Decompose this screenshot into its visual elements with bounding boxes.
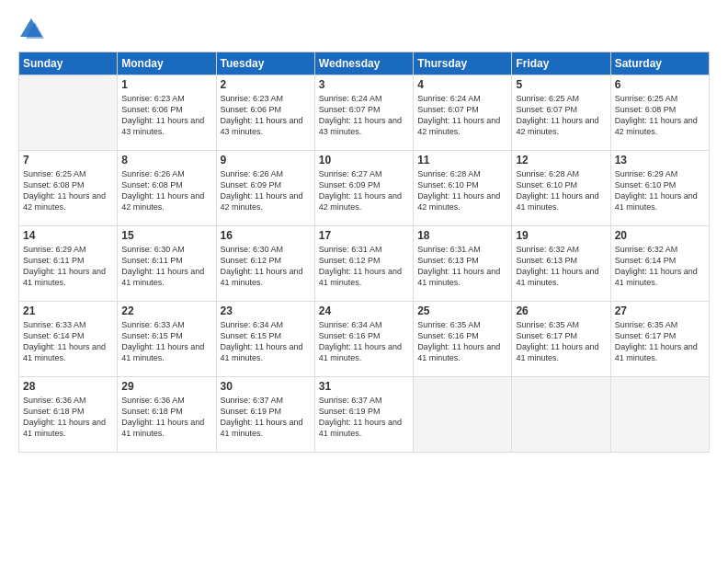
cell-info: Sunrise: 6:37 AM Sunset: 6:19 PM Dayligh…: [319, 395, 409, 440]
day-number: 10: [319, 154, 409, 167]
calendar-cell: 31Sunrise: 6:37 AM Sunset: 6:19 PM Dayli…: [314, 377, 413, 453]
calendar-cell: [512, 377, 610, 453]
day-number: 16: [221, 229, 311, 242]
calendar-cell: 1Sunrise: 6:23 AM Sunset: 6:06 PM Daylig…: [118, 75, 216, 151]
calendar-cell: 17Sunrise: 6:31 AM Sunset: 6:12 PM Dayli…: [314, 226, 413, 302]
calendar-cell: 28Sunrise: 6:36 AM Sunset: 6:18 PM Dayli…: [19, 377, 118, 453]
calendar-cell: 2Sunrise: 6:23 AM Sunset: 6:06 PM Daylig…: [216, 75, 314, 151]
calendar-cell: 5Sunrise: 6:25 AM Sunset: 6:07 PM Daylig…: [512, 75, 610, 151]
day-number: 5: [516, 78, 606, 91]
calendar-cell: 16Sunrise: 6:30 AM Sunset: 6:12 PM Dayli…: [216, 226, 314, 302]
cell-info: Sunrise: 6:34 AM Sunset: 6:16 PM Dayligh…: [319, 319, 409, 364]
header-saturday: Saturday: [610, 52, 709, 75]
cell-info: Sunrise: 6:35 AM Sunset: 6:16 PM Dayligh…: [417, 319, 507, 364]
day-number: 9: [221, 154, 311, 167]
cell-info: Sunrise: 6:31 AM Sunset: 6:13 PM Dayligh…: [417, 244, 507, 289]
day-number: 25: [417, 304, 507, 317]
header: [18, 17, 710, 42]
cell-info: Sunrise: 6:35 AM Sunset: 6:17 PM Dayligh…: [516, 319, 606, 364]
day-number: 19: [516, 229, 606, 242]
day-number: 11: [417, 154, 507, 167]
calendar-cell: 6Sunrise: 6:25 AM Sunset: 6:08 PM Daylig…: [610, 75, 709, 151]
cell-info: Sunrise: 6:30 AM Sunset: 6:11 PM Dayligh…: [121, 244, 211, 289]
cell-info: Sunrise: 6:32 AM Sunset: 6:13 PM Dayligh…: [516, 244, 606, 289]
cell-info: Sunrise: 6:30 AM Sunset: 6:12 PM Dayligh…: [221, 244, 311, 289]
cell-info: Sunrise: 6:35 AM Sunset: 6:17 PM Dayligh…: [615, 319, 705, 364]
calendar-cell: [610, 377, 709, 453]
calendar-week-5: 28Sunrise: 6:36 AM Sunset: 6:18 PM Dayli…: [19, 377, 710, 453]
cell-info: Sunrise: 6:36 AM Sunset: 6:18 PM Dayligh…: [23, 395, 113, 440]
cell-info: Sunrise: 6:32 AM Sunset: 6:14 PM Dayligh…: [615, 244, 705, 289]
calendar-week-4: 21Sunrise: 6:33 AM Sunset: 6:14 PM Dayli…: [19, 302, 710, 377]
cell-info: Sunrise: 6:27 AM Sunset: 6:09 PM Dayligh…: [319, 168, 409, 213]
header-sunday: Sunday: [19, 52, 118, 75]
logo: [18, 17, 46, 42]
calendar-cell: 26Sunrise: 6:35 AM Sunset: 6:17 PM Dayli…: [512, 302, 610, 377]
calendar-cell: 8Sunrise: 6:26 AM Sunset: 6:08 PM Daylig…: [118, 151, 216, 226]
day-number: 13: [615, 154, 705, 167]
day-number: 4: [417, 78, 507, 91]
cell-info: Sunrise: 6:34 AM Sunset: 6:15 PM Dayligh…: [221, 319, 311, 364]
logo-icon: [18, 17, 44, 42]
day-number: 28: [23, 380, 113, 393]
calendar-cell: 7Sunrise: 6:25 AM Sunset: 6:08 PM Daylig…: [19, 151, 118, 226]
calendar-table: SundayMondayTuesdayWednesdayThursdayFrid…: [18, 52, 710, 453]
calendar-cell: 14Sunrise: 6:29 AM Sunset: 6:11 PM Dayli…: [19, 226, 118, 302]
day-number: 3: [319, 78, 409, 91]
calendar-week-2: 7Sunrise: 6:25 AM Sunset: 6:08 PM Daylig…: [19, 151, 710, 226]
calendar-header-row: SundayMondayTuesdayWednesdayThursdayFrid…: [19, 52, 710, 75]
calendar-cell: 25Sunrise: 6:35 AM Sunset: 6:16 PM Dayli…: [414, 302, 512, 377]
day-number: 18: [417, 229, 507, 242]
cell-info: Sunrise: 6:33 AM Sunset: 6:14 PM Dayligh…: [23, 319, 113, 364]
day-number: 26: [516, 304, 606, 317]
calendar-cell: [414, 377, 512, 453]
day-number: 8: [121, 154, 211, 167]
header-wednesday: Wednesday: [314, 52, 413, 75]
day-number: 17: [319, 229, 409, 242]
cell-info: Sunrise: 6:23 AM Sunset: 6:06 PM Dayligh…: [121, 93, 211, 138]
day-number: 30: [221, 380, 311, 393]
cell-info: Sunrise: 6:29 AM Sunset: 6:11 PM Dayligh…: [23, 244, 113, 289]
calendar-cell: 20Sunrise: 6:32 AM Sunset: 6:14 PM Dayli…: [610, 226, 709, 302]
calendar-cell: 10Sunrise: 6:27 AM Sunset: 6:09 PM Dayli…: [314, 151, 413, 226]
day-number: 2: [221, 78, 311, 91]
header-tuesday: Tuesday: [216, 52, 314, 75]
calendar-cell: 24Sunrise: 6:34 AM Sunset: 6:16 PM Dayli…: [314, 302, 413, 377]
calendar-week-3: 14Sunrise: 6:29 AM Sunset: 6:11 PM Dayli…: [19, 226, 710, 302]
calendar-cell: 30Sunrise: 6:37 AM Sunset: 6:19 PM Dayli…: [216, 377, 314, 453]
calendar-cell: 13Sunrise: 6:29 AM Sunset: 6:10 PM Dayli…: [610, 151, 709, 226]
header-monday: Monday: [118, 52, 216, 75]
calendar-cell: 12Sunrise: 6:28 AM Sunset: 6:10 PM Dayli…: [512, 151, 610, 226]
calendar-cell: 15Sunrise: 6:30 AM Sunset: 6:11 PM Dayli…: [118, 226, 216, 302]
day-number: 23: [221, 304, 311, 317]
calendar-cell: [19, 75, 118, 151]
cell-info: Sunrise: 6:26 AM Sunset: 6:09 PM Dayligh…: [221, 168, 311, 213]
day-number: 14: [23, 229, 113, 242]
calendar-week-1: 1Sunrise: 6:23 AM Sunset: 6:06 PM Daylig…: [19, 75, 710, 151]
day-number: 1: [121, 78, 211, 91]
day-number: 15: [121, 229, 211, 242]
cell-info: Sunrise: 6:28 AM Sunset: 6:10 PM Dayligh…: [516, 168, 606, 213]
calendar-cell: 19Sunrise: 6:32 AM Sunset: 6:13 PM Dayli…: [512, 226, 610, 302]
page: SundayMondayTuesdayWednesdayThursdayFrid…: [0, 0, 728, 563]
calendar-cell: 11Sunrise: 6:28 AM Sunset: 6:10 PM Dayli…: [414, 151, 512, 226]
header-thursday: Thursday: [414, 52, 512, 75]
calendar-cell: 22Sunrise: 6:33 AM Sunset: 6:15 PM Dayli…: [118, 302, 216, 377]
calendar-cell: 29Sunrise: 6:36 AM Sunset: 6:18 PM Dayli…: [118, 377, 216, 453]
cell-info: Sunrise: 6:26 AM Sunset: 6:08 PM Dayligh…: [121, 168, 211, 213]
day-number: 6: [615, 78, 705, 91]
day-number: 7: [23, 154, 113, 167]
cell-info: Sunrise: 6:24 AM Sunset: 6:07 PM Dayligh…: [319, 93, 409, 138]
cell-info: Sunrise: 6:33 AM Sunset: 6:15 PM Dayligh…: [121, 319, 211, 364]
cell-info: Sunrise: 6:24 AM Sunset: 6:07 PM Dayligh…: [417, 93, 507, 138]
day-number: 22: [121, 304, 211, 317]
day-number: 29: [121, 380, 211, 393]
calendar-cell: 21Sunrise: 6:33 AM Sunset: 6:14 PM Dayli…: [19, 302, 118, 377]
calendar-cell: 3Sunrise: 6:24 AM Sunset: 6:07 PM Daylig…: [314, 75, 413, 151]
calendar-cell: 4Sunrise: 6:24 AM Sunset: 6:07 PM Daylig…: [414, 75, 512, 151]
header-friday: Friday: [512, 52, 610, 75]
day-number: 31: [319, 380, 409, 393]
day-number: 27: [615, 304, 705, 317]
cell-info: Sunrise: 6:29 AM Sunset: 6:10 PM Dayligh…: [615, 168, 705, 213]
cell-info: Sunrise: 6:25 AM Sunset: 6:08 PM Dayligh…: [23, 168, 113, 213]
